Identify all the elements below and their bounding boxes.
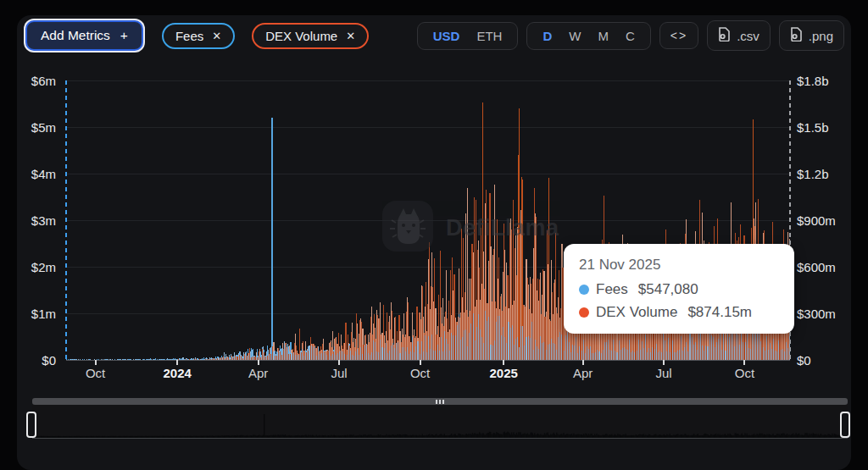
tooltip-row-dex-volume: DEX Volume $874.15m bbox=[579, 304, 779, 321]
interval-option-m[interactable]: M bbox=[589, 29, 617, 43]
x-axis-label-apr: Apr bbox=[248, 366, 268, 380]
x-axis-label-2025: 2025 bbox=[489, 366, 517, 380]
left-axis-tick: $5m bbox=[31, 120, 56, 135]
dex-volume-series-dot-icon bbox=[579, 307, 589, 318]
brush-handle-left[interactable] bbox=[26, 412, 36, 438]
metric-chip-dex-volume[interactable]: DEX Volume✕ bbox=[252, 23, 369, 49]
embed-code-button[interactable]: <> bbox=[659, 22, 698, 49]
right-axis-tick: $1.2b bbox=[797, 167, 829, 181]
right-axis-tick: $600m bbox=[797, 260, 836, 274]
add-metrics-label: Add Metrics bbox=[41, 28, 110, 43]
right-axis-tick: $1.8b bbox=[797, 74, 829, 88]
right-axis-tick: $1.5b bbox=[797, 120, 829, 135]
left-axis-tick: $2m bbox=[31, 260, 56, 274]
brush-minimap[interactable] bbox=[32, 405, 848, 439]
x-tick-mark bbox=[176, 360, 178, 365]
tooltip-dex-value: $874.15m bbox=[687, 304, 752, 321]
left-axis-tick: $6m bbox=[31, 74, 56, 88]
left-axis-tick: $0 bbox=[42, 353, 56, 368]
x-tick-mark bbox=[503, 360, 504, 365]
chart-controls: USDETH DWMC <> .csv .pn bbox=[417, 20, 844, 51]
right-axis-tick: $0 bbox=[797, 353, 811, 368]
x-tick-mark bbox=[743, 360, 745, 365]
metric-chip-fees[interactable]: Fees✕ bbox=[162, 23, 235, 49]
x-tick-mark bbox=[258, 360, 259, 365]
chart-tooltip: 21 Nov 2025 Fees $547,080 DEX Volume $87… bbox=[564, 244, 794, 334]
close-icon[interactable]: ✕ bbox=[212, 30, 221, 42]
right-axis-tick: $900m bbox=[797, 213, 836, 228]
tooltip-row-fees: Fees $547,080 bbox=[579, 281, 779, 298]
plus-icon: + bbox=[120, 28, 128, 43]
file-download-icon bbox=[790, 27, 803, 44]
interval-option-c[interactable]: C bbox=[617, 29, 643, 43]
x-axis-label-apr: Apr bbox=[573, 366, 593, 380]
interval-toggle: DWMC bbox=[526, 22, 650, 50]
x-axis-label-oct: Oct bbox=[735, 366, 754, 380]
interval-option-w[interactable]: W bbox=[560, 29, 589, 43]
export-png-button[interactable]: .png bbox=[779, 20, 844, 51]
tooltip-date: 21 Nov 2025 bbox=[579, 257, 779, 274]
file-download-icon bbox=[718, 27, 731, 44]
interval-option-d[interactable]: D bbox=[534, 29, 560, 43]
tooltip-fees-value: $547,080 bbox=[638, 281, 698, 298]
tooltip-dex-label: DEX Volume bbox=[596, 304, 677, 321]
x-tick-mark bbox=[663, 360, 665, 365]
currency-toggle: USDETH bbox=[417, 22, 519, 50]
metric-chips: Fees✕DEX Volume✕ bbox=[162, 23, 369, 49]
currency-option-eth[interactable]: ETH bbox=[468, 29, 510, 43]
x-tick-mark bbox=[338, 360, 340, 365]
code-icon: <> bbox=[670, 29, 687, 42]
brush-handle-right[interactable] bbox=[840, 412, 850, 438]
tooltip-fees-label: Fees bbox=[596, 281, 628, 298]
x-axis-label-jul: Jul bbox=[655, 366, 671, 380]
left-edge-dashed-line bbox=[65, 80, 67, 360]
x-axis-label-oct: Oct bbox=[410, 366, 430, 380]
chart-panel: Add Metrics + Fees✕DEX Volume✕ USDETH DW… bbox=[17, 15, 851, 470]
x-tick-mark bbox=[95, 360, 97, 365]
left-axis-tick: $1m bbox=[31, 307, 56, 321]
left-axis-tick: $3m bbox=[31, 213, 56, 228]
x-axis-line bbox=[66, 360, 790, 361]
currency-option-usd[interactable]: USD bbox=[425, 29, 469, 43]
export-csv-label: .csv bbox=[737, 29, 760, 43]
x-axis-label-2024: 2024 bbox=[163, 366, 191, 380]
export-csv-button[interactable]: .csv bbox=[707, 20, 771, 51]
close-icon[interactable]: ✕ bbox=[346, 30, 355, 42]
x-tick-mark bbox=[420, 360, 421, 365]
fees-series-dot-icon bbox=[579, 285, 589, 295]
scrollbar-grip-icon bbox=[436, 400, 444, 404]
x-tick-mark bbox=[582, 360, 584, 365]
export-png-label: .png bbox=[809, 29, 833, 43]
chip-label: Fees bbox=[175, 29, 203, 43]
right-axis-tick: $300m bbox=[797, 307, 836, 321]
chip-label: DEX Volume bbox=[265, 29, 337, 43]
chart-scrollbar[interactable] bbox=[32, 398, 848, 405]
add-metrics-button[interactable]: Add Metrics + bbox=[25, 20, 143, 51]
left-axis-tick: $4m bbox=[31, 167, 56, 181]
x-axis-label-jul: Jul bbox=[331, 366, 347, 380]
x-axis-label-oct: Oct bbox=[86, 366, 105, 380]
metrics-toolbar: Add Metrics + Fees✕DEX Volume✕ bbox=[25, 20, 369, 51]
